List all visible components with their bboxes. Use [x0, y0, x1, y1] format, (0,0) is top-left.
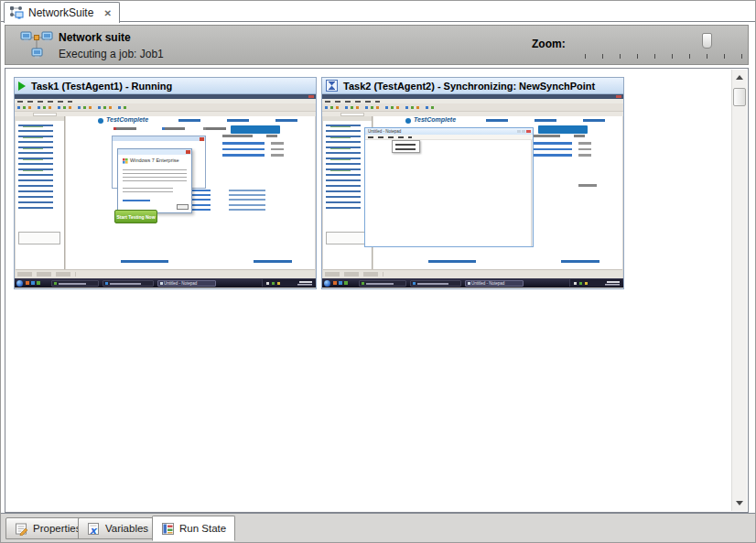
- windows-flag-icon: [123, 158, 128, 164]
- tab-run-state[interactable]: Run State: [152, 516, 235, 541]
- mini-learn-it-button: [538, 125, 588, 134]
- task1-title: Task1 (TestAgent1) - Running: [31, 81, 172, 92]
- networksuite-icon: [9, 5, 24, 20]
- scroll-down-button[interactable]: [732, 495, 747, 511]
- run-state-icon: [161, 522, 175, 536]
- task1-header[interactable]: Task1 (TestAgent1) - Running: [15, 78, 316, 94]
- task2-header[interactable]: Task2 (TestAgent2) - Synchronizing: NewS…: [322, 78, 623, 94]
- synchronizing-icon: [326, 80, 338, 92]
- mini-notepad-title: Untitled - Notepad: [368, 129, 401, 134]
- tab-run-state-label: Run State: [179, 523, 226, 534]
- zoom-slider-tick: [654, 54, 655, 59]
- mini-sign-in-link: [578, 184, 597, 187]
- panel-tab-bar: Properties x Variables Run State: [1, 513, 755, 543]
- mini-recent-projects-header: [222, 135, 253, 137]
- mini-taskbar-button-2: [410, 280, 461, 287]
- vertical-scrollbar[interactable]: [731, 70, 747, 511]
- mini-notepad-menu-items: [368, 136, 412, 138]
- mini-site-logo: TestComplete: [106, 116, 148, 123]
- task1-panel: Task1 (TestAgent1) - Running Te: [14, 77, 317, 289]
- properties-icon: [15, 522, 28, 536]
- mini-recent-projects-header: [530, 135, 560, 137]
- suite-status: Executing a job: Job1: [59, 48, 164, 60]
- tab-label: NetworkSuite: [28, 6, 93, 19]
- mini-dialog-close-icon: [186, 150, 190, 154]
- mini-explorer-footer-box: [326, 232, 368, 244]
- suite-header: Network suite Executing a job: Job1 Zoom…: [5, 25, 749, 65]
- mini-browser-page: TestComplete: [66, 116, 315, 269]
- mini-start-orb-icon: [16, 280, 23, 287]
- mini-system-tray: [569, 279, 622, 287]
- mini-explorer-header: [16, 116, 64, 121]
- mini-quicklaunch-icons: [333, 281, 349, 285]
- scroll-up-icon: [736, 75, 743, 80]
- mini-ide-tab: [33, 113, 57, 116]
- mini-menu-items: [325, 101, 380, 103]
- mini-dialog-text: [123, 169, 187, 184]
- mini-testcomplete-gear-icon: [405, 118, 411, 124]
- mini-menu-items: [17, 101, 72, 103]
- zoom-slider-tick: [689, 54, 690, 59]
- mini-dialog-titlebar: [118, 149, 191, 155]
- mini-background-window-titlebar: [113, 136, 205, 141]
- mini-dialog-link: [123, 200, 150, 201]
- mini-date-header: [266, 135, 277, 137]
- zoom-slider-tick: [637, 54, 638, 59]
- suite-title: Network suite: [59, 31, 131, 44]
- tab-variables-label: Variables: [105, 523, 148, 534]
- zoom-slider-tick: [585, 54, 586, 59]
- scrollbar-thumb[interactable]: [733, 88, 746, 106]
- scroll-up-button[interactable]: [732, 70, 747, 85]
- zoom-slider[interactable]: [581, 33, 746, 60]
- mini-system-tray: [262, 279, 315, 287]
- mini-ide-bottom-tabs: [17, 272, 76, 277]
- zoom-label: Zoom:: [532, 38, 566, 50]
- zoom-slider-tick: [724, 54, 725, 59]
- mini-recent-project-links: [530, 142, 572, 160]
- mini-site-nav-links: [178, 119, 307, 122]
- mini-record-test-button: [113, 127, 136, 130]
- mini-explorer-footer-box: [18, 232, 60, 244]
- mini-notepad-open-menu: [392, 140, 420, 153]
- mini-start-testing-button: Start Testing Now: [114, 210, 157, 223]
- mini-footer-link-left: [428, 260, 476, 263]
- zoom-slider-tick: [672, 54, 673, 59]
- scroll-down-icon: [736, 501, 743, 505]
- mini-project-tree-icons: [23, 126, 43, 181]
- mini-notepad-window-buttons: [517, 130, 531, 134]
- mini-start-orb-icon: [324, 280, 330, 287]
- mini-toolbar-buttons: [17, 106, 127, 109]
- mini-background-window-close-icon: [200, 137, 204, 141]
- mini-footer-link-right: [561, 260, 599, 263]
- zoom-slider-thumb[interactable]: [702, 33, 712, 49]
- mini-dialog-text2: [123, 188, 173, 193]
- mini-dialog-title: Windows 7 Enterprise: [130, 157, 179, 163]
- mini-notepad-window: Untitled - Notepad: [364, 127, 534, 247]
- tab-variables[interactable]: x Variables: [78, 517, 157, 539]
- mini-taskbar-button-notepad: Untitled - Notepad: [157, 280, 216, 287]
- mini-taskbar-button-1: [359, 280, 406, 287]
- tab-close-icon[interactable]: ✕: [103, 8, 111, 18]
- mini-ide-bottom-tabs: [325, 272, 383, 277]
- mini-close-icon: [616, 95, 621, 98]
- mini-taskbar-button-notepad: Untitled - Notepad: [465, 280, 524, 287]
- zoom-slider-tick: [620, 54, 621, 59]
- mini-learn-it-button: [231, 125, 280, 134]
- running-icon: [18, 81, 26, 91]
- mini-date-header: [574, 135, 585, 137]
- mini-ok-button: [177, 204, 189, 210]
- zoom-slider-tick: [707, 54, 707, 59]
- tab-properties-label: Properties: [33, 523, 81, 534]
- mini-open-project-button: [203, 127, 226, 130]
- mini-footer-link-left: [121, 260, 168, 263]
- mini-windows-taskbar: Untitled - Notepad: [322, 278, 623, 288]
- mini-site-logo: TestComplete: [414, 116, 456, 123]
- mini-notepad-scrollbar: [531, 140, 533, 246]
- mini-project-tree-icons: [330, 126, 351, 181]
- mini-recent-project-dates: [578, 142, 591, 160]
- tab-networksuite[interactable]: NetworkSuite ✕: [4, 2, 120, 23]
- mini-notepad-menu-entries: [395, 144, 416, 151]
- mini-close-icon: [308, 95, 314, 98]
- mini-forum-authors: [229, 190, 265, 213]
- task2-title: Task2 (TestAgent2) - Synchronizing: NewS…: [343, 81, 595, 92]
